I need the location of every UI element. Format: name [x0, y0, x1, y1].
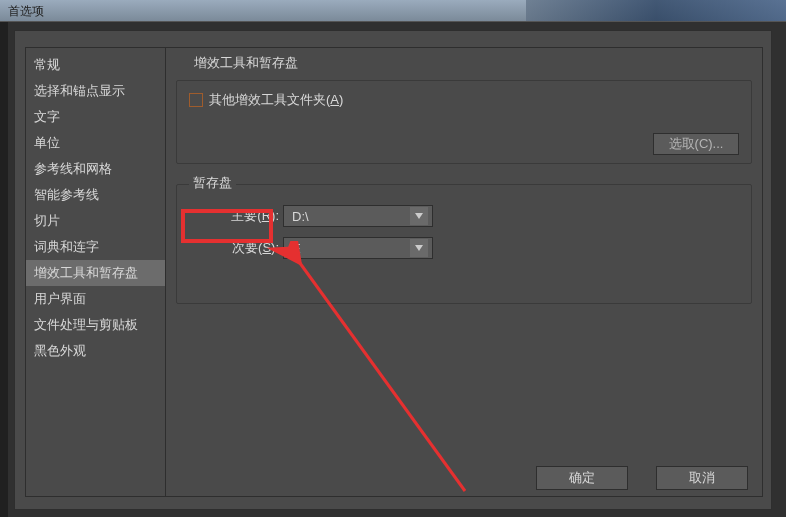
left-strip: [0, 22, 8, 517]
window-title: 首选项: [8, 4, 44, 18]
sidebar-item-5[interactable]: 智能参考线: [26, 182, 165, 208]
primary-dropdown[interactable]: D:\: [283, 205, 433, 227]
scratch-legend: 暂存盘: [189, 174, 236, 192]
sidebar-item-11[interactable]: 黑色外观: [26, 338, 165, 364]
secondary-label: 次要(S):: [211, 239, 279, 257]
scratch-group: 暂存盘 主要(R): D:\ 次要(S):: [176, 184, 752, 304]
sidebar-item-6[interactable]: 切片: [26, 208, 165, 234]
cancel-button[interactable]: 取消: [656, 466, 748, 490]
sidebar-item-0[interactable]: 常规: [26, 52, 165, 78]
other-folder-row: 其他增效工具文件夹(A): [189, 91, 739, 109]
primary-row: 主要(R): D:\: [211, 205, 739, 227]
sidebar-item-1[interactable]: 选择和锚点显示: [26, 78, 165, 104]
sidebar-item-7[interactable]: 词典和连字: [26, 234, 165, 260]
chevron-down-icon: [410, 239, 428, 257]
sidebar-item-3[interactable]: 单位: [26, 130, 165, 156]
plugins-group: 其他增效工具文件夹(A) 选取(C)...: [176, 80, 752, 164]
choose-folder-button[interactable]: 选取(C)...: [653, 133, 739, 155]
title-bar: 首选项: [0, 0, 786, 22]
section-title: 增效工具和暂存盘: [194, 54, 752, 72]
sidebar-item-9[interactable]: 用户界面: [26, 286, 165, 312]
ok-button[interactable]: 确定: [536, 466, 628, 490]
sidebar-item-2[interactable]: 文字: [26, 104, 165, 130]
chevron-down-icon: [410, 207, 428, 225]
sidebar: 常规选择和锚点显示文字单位参考线和网格智能参考线切片词典和连字增效工具和暂存盘用…: [26, 48, 166, 496]
secondary-row: 次要(S): E: [211, 237, 739, 259]
sidebar-item-8[interactable]: 增效工具和暂存盘: [26, 260, 165, 286]
other-folder-label: 其他增效工具文件夹(A): [209, 91, 343, 109]
content-area: 增效工具和暂存盘 其他增效工具文件夹(A) 选取(C)... 暂存盘 主要(R)…: [176, 52, 752, 450]
sidebar-item-4[interactable]: 参考线和网格: [26, 156, 165, 182]
other-folder-checkbox[interactable]: [189, 93, 203, 107]
footer-buttons: 确定 取消: [536, 466, 748, 490]
dialog-outer: 常规选择和锚点显示文字单位参考线和网格智能参考线切片词典和连字增效工具和暂存盘用…: [14, 30, 772, 510]
primary-value: D:\: [292, 209, 309, 224]
secondary-dropdown[interactable]: E: [283, 237, 433, 259]
secondary-value: E: [292, 241, 301, 256]
dialog-inner: 常规选择和锚点显示文字单位参考线和网格智能参考线切片词典和连字增效工具和暂存盘用…: [25, 47, 763, 497]
sidebar-item-10[interactable]: 文件处理与剪贴板: [26, 312, 165, 338]
primary-label: 主要(R):: [211, 207, 279, 225]
